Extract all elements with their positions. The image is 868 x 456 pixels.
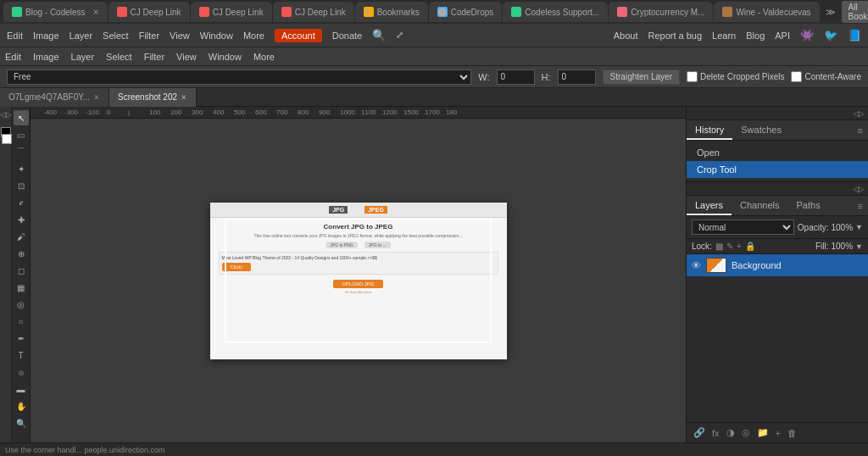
tool-path-select[interactable]: ⌾ [14, 364, 29, 380]
layers-fx-icon[interactable]: fx [710, 426, 721, 440]
layers-mask-icon[interactable]: ◑ [725, 425, 737, 440]
nav-blog[interactable]: Blog [746, 31, 765, 41]
nav-learn[interactable]: Learn [712, 31, 736, 41]
fill-value[interactable]: 100% [832, 242, 854, 251]
layers-new-icon[interactable]: + [774, 426, 782, 440]
tool-gradient[interactable]: ▦ [14, 280, 29, 295]
layers-delete-icon[interactable]: 🗑 [786, 426, 798, 440]
browser-tab-3[interactable]: CJ Deep Link [273, 2, 354, 22]
facebook-icon[interactable]: 📘 [848, 29, 861, 42]
tool-move[interactable]: ↖ [14, 110, 29, 125]
history-tab[interactable]: History [687, 121, 732, 140]
nav-more[interactable]: More [243, 31, 264, 41]
ps-menu-edit[interactable]: Edit [5, 52, 21, 62]
tool-brush[interactable]: 🖌 [14, 229, 29, 244]
layers-panel-menu-btn[interactable]: ≡ [853, 199, 868, 213]
tool-select-rect[interactable]: ▭ [14, 127, 29, 142]
delete-cropped-checkbox[interactable]: Delete Cropped Pixels [687, 71, 785, 82]
history-item-crop[interactable]: Crop Tool [687, 161, 868, 178]
nav-expand[interactable]: ⤢ [396, 30, 403, 41]
layer-item-background[interactable]: 👁 Background [687, 254, 868, 276]
tool-eraser[interactable]: ◻ [14, 263, 29, 278]
paths-tab[interactable]: Paths [788, 197, 829, 215]
fill-triangle[interactable]: ▼ [855, 242, 863, 251]
ps-doc-tab-0[interactable]: O7Lgme4Q7ABF0Y... ✕ [0, 88, 109, 107]
nav-account[interactable]: Account [275, 29, 322, 42]
browser-tab-2[interactable]: CJ Deep Link [191, 2, 272, 22]
tool-hand[interactable]: ✋ [14, 398, 29, 414]
panel-collapse-icon-mid[interactable]: ◁▷ [853, 185, 865, 193]
layers-tab[interactable]: Layers [687, 197, 732, 215]
nav-about[interactable]: About [614, 31, 638, 41]
ps-doc-tab-close-1[interactable]: ✕ [181, 93, 187, 102]
width-input[interactable] [497, 70, 535, 85]
lock-position-icon[interactable]: + [737, 242, 742, 251]
tool-preset-select[interactable]: Free [7, 70, 471, 85]
lock-all-icon[interactable]: 🔒 [745, 242, 755, 251]
nav-layer[interactable]: Layer [70, 31, 93, 41]
browser-tab-5[interactable]: ⬤ CodeDrops [429, 2, 503, 22]
ps-menu-view[interactable]: View [176, 52, 197, 62]
nav-select[interactable]: Select [103, 31, 129, 41]
tool-clone[interactable]: ⊕ [14, 246, 29, 261]
tool-magic-wand[interactable]: ✦ [14, 161, 29, 176]
twitter-icon[interactable]: 🐦 [824, 29, 837, 42]
nav-donate[interactable]: Donate [332, 31, 362, 41]
more-tabs-button[interactable]: ≫ [821, 5, 841, 19]
ps-menu-window[interactable]: Window [209, 52, 242, 62]
collapse-left-icon[interactable]: ◁▷ [0, 110, 12, 119]
tool-dodge[interactable]: ○ [14, 314, 29, 329]
browser-tab-0[interactable]: Blog - Codeless ✕ [3, 2, 108, 22]
ps-menu-filter[interactable]: Filter [144, 52, 164, 62]
browser-tab-8[interactable]: Wine - Valdecuevas [714, 2, 819, 22]
history-item-open[interactable]: Open [687, 144, 868, 161]
channels-tab[interactable]: Channels [732, 197, 787, 215]
browser-tab-7[interactable]: Cryptocurrency M... [609, 2, 713, 22]
layers-group-icon[interactable]: 📁 [755, 425, 771, 440]
nav-view[interactable]: View [170, 31, 190, 41]
layer-eye-icon[interactable]: 👁 [692, 260, 701, 270]
ps-doc-tab-close-0[interactable]: ✕ [93, 93, 100, 102]
ps-menu-image[interactable]: Image [33, 52, 59, 62]
straighten-layer-button[interactable]: Straighten Layer [603, 70, 680, 85]
swatches-tab[interactable]: Swatches [732, 121, 790, 140]
lock-paint-icon[interactable]: ✎ [726, 242, 733, 251]
color-swatch-bg[interactable] [2, 134, 12, 144]
opacity-value[interactable]: 100% [832, 223, 854, 232]
tool-zoom[interactable]: 🔍 [14, 415, 29, 431]
panel-collapse-icon-top[interactable]: ◁▷ [853, 109, 865, 118]
browser-tab-6[interactable]: Codeless Support... [503, 2, 608, 22]
nav-window[interactable]: Window [200, 31, 233, 41]
nav-api[interactable]: API [775, 31, 790, 41]
tool-shape[interactable]: ▬ [14, 381, 29, 397]
ps-doc-tab-1[interactable]: Screenshot 202 ✕ [109, 88, 197, 107]
nav-image[interactable]: Image [33, 31, 59, 41]
all-bookmarks-button[interactable]: All Bookmark... [842, 1, 868, 23]
tool-eyedropper[interactable]: 𝒆 [14, 195, 29, 210]
content-aware-checkbox[interactable]: Content-Aware [791, 71, 861, 82]
tab-close-0[interactable]: ✕ [92, 8, 99, 17]
tool-blur[interactable]: ◎ [14, 297, 29, 312]
nav-filter[interactable]: Filter [139, 31, 159, 41]
tool-pen[interactable]: ✒ [14, 331, 29, 346]
lock-transparency-icon[interactable]: ▩ [715, 242, 723, 251]
nav-edit[interactable]: Edit [7, 31, 23, 41]
ps-menu-layer[interactable]: Layer [71, 52, 95, 62]
height-input[interactable] [558, 70, 596, 85]
nav-report-bug[interactable]: Report a bug [648, 31, 702, 41]
layers-adjustment-icon[interactable]: ◎ [740, 425, 752, 440]
opacity-triangle[interactable]: ▼ [855, 223, 863, 231]
blend-mode-select[interactable]: Normal [692, 220, 794, 235]
tool-heal[interactable]: ✚ [14, 212, 29, 227]
reddit-icon[interactable]: 👾 [800, 29, 814, 42]
search-icon[interactable]: 🔍 [372, 29, 386, 42]
tool-crop[interactable]: ⊡ [14, 178, 29, 193]
ps-menu-select[interactable]: Select [106, 52, 132, 62]
history-panel-menu-btn[interactable]: ≡ [853, 124, 868, 137]
ps-menu-more[interactable]: More [253, 52, 275, 62]
tool-lasso[interactable]: ⌒ [14, 144, 29, 159]
layers-link-icon[interactable]: 🔗 [692, 425, 707, 440]
tool-text[interactable]: T [14, 348, 29, 363]
browser-tab-1[interactable]: CJ Deep Link [108, 2, 190, 22]
browser-tab-4[interactable]: ★ Bookmarks [355, 2, 428, 22]
